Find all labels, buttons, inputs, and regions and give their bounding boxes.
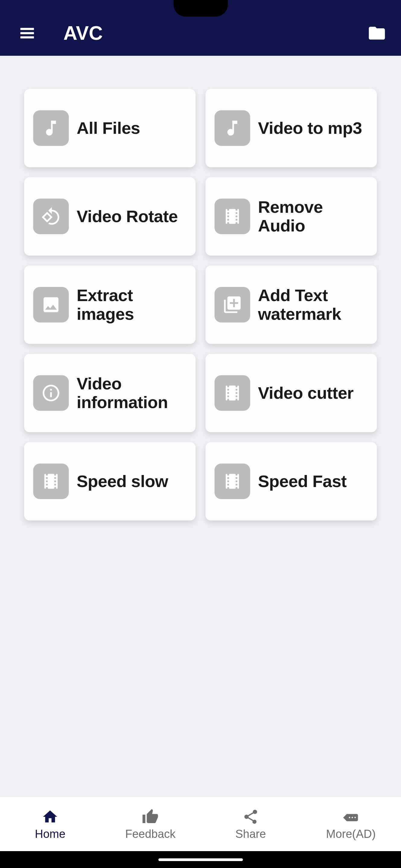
device-notch (173, 0, 228, 17)
music-note-icon (33, 110, 69, 146)
add-layer-icon (214, 287, 250, 322)
share-icon (242, 808, 260, 826)
tool-card-video-to-mp3[interactable]: Video to mp3 (205, 89, 377, 167)
film-icon (214, 375, 250, 411)
card-label: Add Text watermark (258, 286, 367, 323)
more-icon (342, 808, 360, 826)
home-indicator-area (0, 851, 401, 868)
nav-home[interactable]: Home (0, 797, 100, 851)
svg-rect-2 (21, 36, 34, 38)
folder-icon (367, 24, 386, 43)
status-bar (0, 0, 401, 10)
tool-card-all-files[interactable]: All Files (24, 89, 196, 167)
card-label: Speed slow (77, 472, 168, 491)
film-icon (214, 198, 250, 234)
folder-button[interactable] (365, 21, 389, 45)
nav-feedback[interactable]: Feedback (100, 797, 200, 851)
hamburger-icon (18, 24, 36, 42)
app-header: AVC (0, 10, 401, 56)
home-indicator[interactable] (159, 858, 243, 861)
nav-more[interactable]: More(AD) (301, 797, 401, 851)
image-icon (33, 287, 69, 322)
card-label: Video cutter (258, 384, 354, 402)
nav-label: Share (235, 828, 266, 841)
tool-card-extract-images[interactable]: Extract images (24, 266, 196, 344)
app-title: AVC (63, 22, 365, 44)
film-icon (214, 464, 250, 499)
rotate-icon (33, 198, 69, 234)
nav-label: More(AD) (326, 828, 376, 841)
card-label: Video to mp3 (258, 119, 362, 137)
tools-grid: All Files Video to mp3 Video Rotate Remo… (24, 89, 377, 521)
card-label: Video information (77, 374, 185, 411)
card-label: All Files (77, 119, 140, 137)
nav-label: Home (35, 828, 65, 841)
tool-card-video-rotate[interactable]: Video Rotate (24, 177, 196, 255)
tool-card-add-watermark[interactable]: Add Text watermark (205, 266, 377, 344)
tool-card-speed-fast[interactable]: Speed Fast (205, 442, 377, 521)
card-label: Speed Fast (258, 472, 347, 491)
tool-card-remove-audio[interactable]: Remove Audio (205, 177, 377, 255)
tool-card-speed-slow[interactable]: Speed slow (24, 442, 196, 521)
nav-share[interactable]: Share (201, 797, 301, 851)
nav-label: Feedback (125, 828, 176, 841)
svg-point-3 (52, 300, 55, 303)
card-label: Remove Audio (258, 198, 367, 235)
tool-card-video-cutter[interactable]: Video cutter (205, 354, 377, 432)
info-icon (33, 375, 69, 411)
bottom-nav: Home Feedback Share More(AD) (0, 797, 401, 851)
svg-rect-1 (21, 32, 34, 34)
svg-rect-0 (21, 28, 34, 30)
card-label: Extract images (77, 286, 185, 323)
card-label: Video Rotate (77, 207, 178, 226)
thumbs-up-icon (141, 808, 159, 826)
film-icon (33, 464, 69, 499)
home-icon (41, 808, 59, 826)
tool-card-video-info[interactable]: Video information (24, 354, 196, 432)
content-area: All Files Video to mp3 Video Rotate Remo… (0, 56, 401, 797)
music-note-icon (214, 110, 250, 146)
menu-button[interactable] (15, 21, 39, 45)
